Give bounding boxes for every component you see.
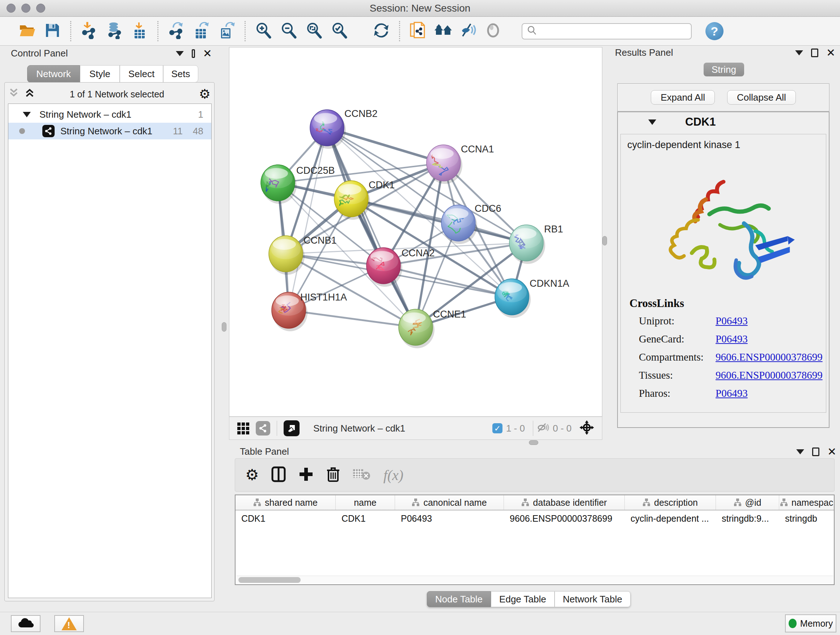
hidden-eye-icon[interactable] [536, 422, 549, 434]
column-header[interactable]: namespac [779, 495, 834, 510]
control-panel-menu-caret-icon[interactable] [176, 51, 184, 56]
column-header[interactable]: canonical name [395, 495, 504, 510]
zoom-fit-button[interactable] [302, 19, 327, 43]
table-panel-float-icon[interactable] [812, 448, 819, 456]
export-image-button[interactable] [214, 19, 240, 43]
zoom-selected-button[interactable] [327, 19, 352, 43]
scrollbar-thumb[interactable] [238, 577, 301, 583]
open-in-window-icon[interactable] [284, 420, 300, 436]
selected-nodes-checkbox[interactable]: ✓ [493, 423, 502, 433]
inactive-eye-button[interactable] [481, 19, 507, 43]
cell-shared-name[interactable]: CDK1 [235, 510, 336, 526]
crosslink-uniprot-link[interactable]: P06493 [715, 315, 748, 327]
delete-icon[interactable] [326, 466, 340, 484]
control-panel-float-icon[interactable] [192, 49, 195, 58]
warnings-button[interactable] [54, 615, 84, 632]
table-panel-menu-caret-icon[interactable] [796, 449, 804, 454]
column-header[interactable]: @id [716, 495, 779, 510]
minimize-window-button[interactable] [21, 4, 30, 13]
tab-node-table[interactable]: Node Table [427, 591, 491, 607]
zoom-out-button[interactable] [276, 19, 302, 43]
network-overview-toggle-icon[interactable] [256, 421, 270, 435]
crosslink-row: GeneCard: P06493 [630, 333, 826, 345]
save-session-button[interactable] [40, 19, 65, 43]
cell-id[interactable]: stringdb:9... [716, 510, 779, 526]
search-input[interactable] [537, 26, 682, 36]
network-manager-box: 1 of 1 Network selected ⚙ String Network… [4, 82, 215, 601]
cell-canonical-name[interactable]: P06493 [395, 510, 504, 526]
maximize-window-button[interactable] [36, 4, 45, 13]
cell-name[interactable]: CDK1 [336, 510, 395, 526]
collection-expand-icon[interactable] [23, 112, 31, 117]
expand-all-networks-icon[interactable] [24, 88, 35, 101]
svg-text:CDC6: CDC6 [475, 203, 501, 214]
delete-table-icon[interactable] [352, 468, 371, 482]
open-session-button[interactable] [14, 19, 40, 43]
svg-text:CCNB2: CCNB2 [344, 108, 378, 119]
cell-namespace[interactable]: stringdb [779, 510, 834, 526]
function-builder-icon[interactable]: f(x) [384, 467, 404, 484]
network-row[interactable]: String Network – cdk1 11 48 [8, 123, 211, 139]
insert-column-icon[interactable] [271, 466, 286, 484]
crosslink-compartments-link[interactable]: 9606.ENSP00000378699 [715, 351, 823, 363]
pan-crosshair-icon[interactable] [579, 420, 595, 437]
svg-text:CCNE1: CCNE1 [433, 309, 466, 320]
section-collapse-icon[interactable] [648, 119, 656, 125]
clone-network-button[interactable] [405, 19, 431, 43]
tab-select[interactable]: Select [120, 65, 163, 82]
import-network-database-button[interactable] [102, 19, 127, 43]
collapse-all-button[interactable]: Collapse All [727, 90, 796, 105]
reset-home-button[interactable] [431, 19, 456, 43]
results-panel-menu-caret-icon[interactable] [795, 50, 803, 55]
memory-button[interactable]: Memory [785, 614, 836, 632]
expand-all-button[interactable]: Expand All [651, 90, 715, 105]
tab-network-table[interactable]: Network Table [554, 591, 630, 607]
collapse-all-networks-icon[interactable] [8, 88, 19, 101]
left-splitter-handle[interactable] [222, 322, 226, 332]
crosslink-pharos-link[interactable]: P06493 [715, 387, 748, 399]
table-horizontal-scrollbar[interactable] [236, 576, 833, 584]
network-collection-row[interactable]: String Network – cdk1 1 [8, 106, 211, 123]
close-window-button[interactable] [6, 4, 16, 13]
results-panel-close-icon[interactable]: ✕ [826, 49, 835, 57]
tab-style[interactable]: Style [80, 65, 120, 82]
network-options-gear-icon[interactable]: ⚙ [199, 88, 210, 101]
crosslink-tissues-link[interactable]: 9606.ENSP00000378699 [715, 369, 823, 381]
import-table-button[interactable] [127, 19, 152, 43]
show-hide-panel-button[interactable] [456, 19, 481, 43]
crosslink-genecard-link[interactable]: P06493 [715, 333, 748, 345]
column-header[interactable]: shared name [235, 495, 336, 510]
tab-sets[interactable]: Sets [163, 65, 198, 82]
export-network-icon [167, 22, 185, 41]
tab-string[interactable]: String [704, 63, 744, 76]
control-panel-close-icon[interactable]: ✕ [203, 49, 212, 58]
application-window: Session: New Session [0, 0, 840, 635]
import-network-file-button[interactable] [76, 19, 102, 43]
export-table-button[interactable] [189, 19, 214, 43]
table-type-tabs: Node Table Edge Table Network Table [427, 591, 630, 607]
export-network-button[interactable] [164, 19, 189, 43]
table-panel-close-icon[interactable]: ✕ [827, 448, 836, 456]
network-graph[interactable]: CCNB2CCNA1CDC25BCDK1CDC6RB1CCNB1CCNA2CDK… [229, 48, 602, 416]
crosslink-label: Pharos: [639, 387, 715, 399]
column-header[interactable]: database identifier [504, 495, 625, 510]
node-section-header[interactable]: CDK1 [618, 112, 829, 132]
column-header[interactable]: name [336, 495, 395, 510]
cell-description[interactable]: cyclin-dependent ... [625, 510, 716, 526]
table-row[interactable]: CDK1 CDK1 P06493 9606.ENSP00000378699 cy… [235, 510, 834, 526]
network-view-canvas[interactable]: CCNB2CCNA1CDC25BCDK1CDC6RB1CCNB1CCNA2CDK… [229, 47, 602, 417]
cloud-button[interactable] [11, 615, 41, 632]
search-field[interactable] [522, 23, 692, 40]
column-header[interactable]: description [625, 495, 716, 510]
tab-edge-table[interactable]: Edge Table [491, 591, 554, 607]
results-panel-float-icon[interactable] [811, 49, 818, 57]
tab-network[interactable]: Network [27, 65, 80, 82]
birdseye-grid-icon[interactable] [237, 423, 249, 434]
table-settings-icon[interactable]: ⚙ [245, 469, 259, 481]
refresh-button[interactable] [369, 19, 394, 43]
add-row-icon[interactable] [298, 466, 314, 484]
help-button[interactable]: ? [706, 22, 723, 40]
zoom-in-button[interactable] [251, 19, 276, 43]
cell-database-identifier[interactable]: 9606.ENSP00000378699 [504, 510, 625, 526]
right-splitter-handle[interactable] [602, 236, 607, 245]
